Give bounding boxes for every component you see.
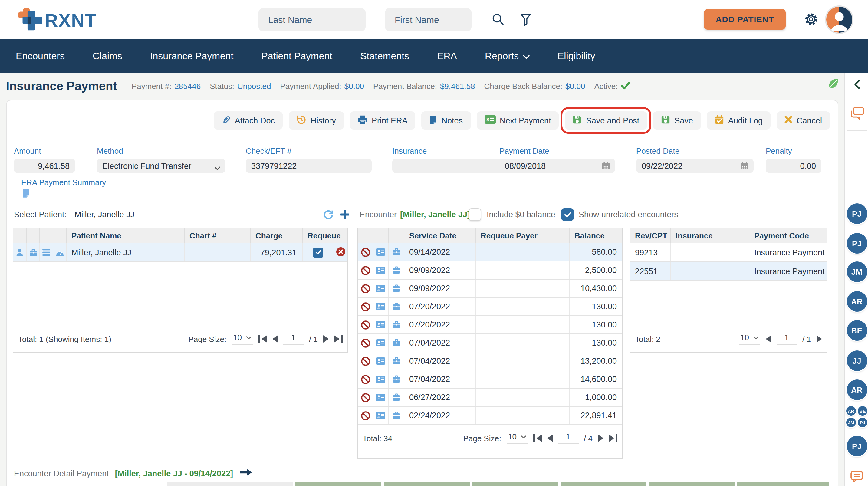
case-icon[interactable]: [389, 389, 404, 406]
add-patient-row-icon[interactable]: [340, 210, 349, 221]
brand-logo[interactable]: RXNT: [18, 7, 97, 34]
nav-era[interactable]: ERA: [437, 51, 457, 61]
search-icon[interactable]: [492, 13, 505, 28]
id-card-icon[interactable]: [373, 280, 389, 297]
ban-icon[interactable]: [358, 280, 373, 297]
next-page-button[interactable]: [816, 335, 822, 342]
encounter-row[interactable]: 09/09/20222,500.00: [358, 262, 622, 280]
sidebar-avatar-small[interactable]: JM: [846, 418, 856, 427]
next-page-button[interactable]: [323, 335, 329, 342]
case-icon[interactable]: [389, 298, 404, 315]
ban-icon[interactable]: [358, 262, 373, 279]
ban-icon[interactable]: [358, 334, 373, 352]
id-card-icon[interactable]: [373, 334, 389, 352]
case-icon[interactable]: [389, 370, 404, 388]
show-unrelated-checkbox[interactable]: [561, 208, 574, 221]
patient-gauge-icon[interactable]: [53, 243, 67, 262]
prev-page-button[interactable]: [547, 434, 552, 442]
last-page-button[interactable]: [334, 335, 343, 343]
case-icon[interactable]: [389, 280, 404, 297]
user-avatar[interactable]: [825, 5, 854, 34]
notes-button[interactable]: Notes: [422, 111, 471, 129]
encounter-row[interactable]: 09/09/202210,430.00: [358, 280, 622, 298]
amount-input[interactable]: 9,461.58: [14, 158, 75, 173]
payment-date-input[interactable]: 08/09/2018: [499, 158, 615, 173]
sidebar-avatar[interactable]: JM: [845, 262, 868, 282]
case-icon[interactable]: [389, 262, 404, 279]
include-zero-balance-checkbox[interactable]: [468, 208, 481, 221]
nav-eligibility[interactable]: Eligibility: [557, 51, 595, 61]
first-page-button[interactable]: [258, 335, 267, 343]
cancel-button[interactable]: Cancel: [777, 111, 830, 129]
messages-icon[interactable]: [845, 107, 868, 120]
nav-encounters[interactable]: Encounters: [16, 51, 65, 61]
next-payment-button[interactable]: $ Next Payment: [477, 111, 559, 129]
nav-claims[interactable]: Claims: [93, 51, 122, 61]
save-button[interactable]: Save: [653, 111, 701, 129]
sidebar-avatar-group[interactable]: AR BE JM PJ: [845, 406, 868, 427]
id-card-icon[interactable]: [373, 262, 389, 279]
encounter-row[interactable]: 02/24/202222,891.41: [358, 407, 622, 425]
sidebar-avatar[interactable]: BE: [845, 320, 868, 341]
page-number-input[interactable]: 1: [283, 333, 304, 345]
refresh-icon[interactable]: [323, 209, 334, 221]
ban-icon[interactable]: [358, 316, 373, 333]
id-card-icon[interactable]: [373, 316, 389, 333]
nav-insurance-payment[interactable]: Insurance Payment: [150, 51, 234, 61]
page-size-select[interactable]: 10: [507, 432, 528, 444]
gear-icon[interactable]: [803, 11, 819, 30]
penalty-input[interactable]: 0.00: [766, 158, 822, 173]
last-name-input[interactable]: Last Name: [258, 8, 366, 31]
prev-page-button[interactable]: [272, 335, 278, 342]
sidebar-avatar-small[interactable]: AR: [846, 406, 856, 416]
revcpt-row[interactable]: 99213 Insurance Payment: [630, 243, 827, 262]
id-card-icon[interactable]: [373, 389, 389, 406]
encounter-row[interactable]: 07/20/2022130.00: [358, 316, 622, 334]
check-eft-input[interactable]: 3379791222: [246, 158, 372, 173]
encounter-row[interactable]: 07/04/2022130.00: [358, 334, 622, 352]
patient-case-icon[interactable]: [27, 243, 40, 262]
encounter-patient-ref[interactable]: [Miller, Janelle JJ]: [400, 210, 470, 219]
chat-icon[interactable]: [845, 471, 868, 482]
ban-icon[interactable]: [358, 243, 373, 261]
prev-page-button[interactable]: [766, 335, 771, 342]
patient-list-icon[interactable]: [40, 243, 53, 262]
ban-icon[interactable]: [358, 407, 373, 424]
encounter-row[interactable]: 07/04/202214,600.00: [358, 370, 622, 389]
sidebar-avatar[interactable]: PJ: [845, 233, 868, 253]
nav-patient-payment[interactable]: Patient Payment: [261, 51, 332, 61]
case-icon[interactable]: [389, 334, 404, 352]
sidebar-avatar-small[interactable]: BE: [858, 406, 867, 416]
sidebar-avatar[interactable]: JJ: [845, 351, 868, 371]
case-icon[interactable]: [389, 407, 404, 424]
id-card-icon[interactable]: [373, 407, 389, 424]
first-page-button[interactable]: [533, 434, 541, 443]
revcpt-row[interactable]: 22551 Insurance Payment: [630, 262, 827, 281]
ban-icon[interactable]: [358, 352, 373, 370]
sidebar-avatar[interactable]: AR: [845, 291, 868, 312]
save-and-post-button[interactable]: Save and Post: [565, 111, 647, 129]
calendar-icon[interactable]: [602, 161, 610, 172]
encounter-row[interactable]: 06/27/20221,000.00: [358, 389, 622, 407]
id-card-icon[interactable]: [373, 370, 389, 388]
encounter-row[interactable]: 07/04/202213,200.00: [358, 352, 622, 370]
calendar-icon[interactable]: [740, 161, 749, 172]
nav-statements[interactable]: Statements: [360, 51, 409, 61]
era-payment-summary-link[interactable]: ERA Payment Summary: [21, 178, 106, 187]
add-patient-button[interactable]: ADD PATIENT: [704, 9, 786, 30]
last-page-button[interactable]: [609, 434, 617, 443]
encounter-row[interactable]: 07/20/2022130.00: [358, 298, 622, 316]
remove-patient-icon[interactable]: [336, 247, 346, 258]
leaf-icon[interactable]: [827, 77, 840, 93]
patient-person-icon[interactable]: [13, 243, 27, 262]
filter-icon[interactable]: [520, 13, 531, 28]
id-card-icon[interactable]: [373, 243, 389, 261]
encounter-detail-ref[interactable]: [Miller, Janelle JJ - 09/14/2022]: [115, 469, 233, 478]
encounter-row[interactable]: 09/14/2022580.00: [358, 243, 622, 262]
method-select[interactable]: Electronic Fund Transfer: [97, 158, 225, 173]
ban-icon[interactable]: [358, 370, 373, 388]
ban-icon[interactable]: [358, 298, 373, 315]
first-name-input[interactable]: First Name: [385, 8, 471, 31]
posted-date-input[interactable]: 09/22/2022: [636, 158, 753, 173]
sidebar-avatar[interactable]: AR: [845, 379, 868, 400]
